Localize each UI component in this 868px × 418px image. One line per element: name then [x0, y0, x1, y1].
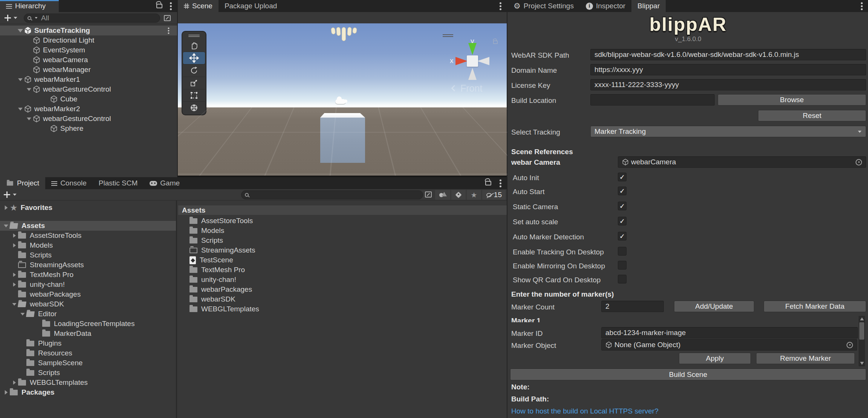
asset-item-unity-chan[interactable]: unity-chan! [178, 275, 507, 285]
project-search-input[interactable] [241, 190, 423, 199]
rotate-tool-button[interactable] [183, 64, 205, 77]
gizmo-lock-icon[interactable] [493, 41, 498, 44]
tree-item-assetstoretools[interactable]: AssetStoreTools [0, 231, 176, 240]
gizmo-axis-cone[interactable] [468, 68, 477, 80]
browse-button[interactable]: Browse [718, 94, 866, 106]
tree-item-resources[interactable]: Resources [0, 348, 176, 358]
collapse-arrow-icon[interactable] [18, 78, 23, 81]
item-menu-icon[interactable] [168, 30, 170, 31]
static-camera-checkbox[interactable]: ✓ [618, 202, 627, 210]
panel-menu-icon[interactable] [861, 5, 863, 7]
create-dropdown-caret-icon[interactable] [13, 194, 17, 196]
auto-marker-detection-checkbox[interactable]: ✓ [618, 232, 627, 240]
expand-arrow-icon[interactable] [13, 282, 15, 286]
collapse-arrow-icon[interactable] [18, 29, 23, 32]
hierarchy-item-webarmanager[interactable]: webarManager [0, 65, 177, 75]
tab-inspector[interactable]: i Inspector [580, 0, 631, 12]
tree-item-loadingscreentemplates[interactable]: LoadingScreenTemplates [0, 319, 176, 329]
object-picker-icon[interactable] [847, 342, 853, 348]
filter-by-label-button[interactable] [451, 190, 466, 200]
expand-arrow-icon[interactable] [5, 390, 8, 395]
tree-item-webarsdk[interactable]: webarSDK [0, 299, 176, 309]
gizmo-x-axis-cone[interactable] [455, 57, 468, 65]
collapse-arrow-icon[interactable] [4, 224, 8, 227]
add-update-button[interactable]: Add/Update [674, 301, 754, 312]
panel-menu-icon[interactable] [500, 5, 501, 7]
scrollbar-thumb[interactable] [859, 322, 864, 340]
asset-item-webgltemplates[interactable]: WEBGLTemplates [178, 304, 507, 314]
tree-item-textmesh-pro[interactable]: TextMesh Pro [0, 270, 176, 280]
asset-item-assetstoretools[interactable]: AssetStoreTools [178, 216, 507, 226]
gizmo-axis-cone[interactable] [477, 57, 489, 65]
expand-arrow-icon[interactable] [13, 233, 15, 237]
hierarchy-item-webarmarker2[interactable]: webarMarker2 [0, 104, 177, 114]
create-dropdown-caret-icon[interactable] [14, 17, 17, 19]
object-picker-icon[interactable] [856, 159, 862, 165]
panel-menu-icon[interactable] [500, 182, 501, 184]
marker-object-field[interactable]: None (Game Object) [601, 339, 857, 351]
remove-marker-button[interactable]: Remove Marker [756, 353, 855, 364]
tree-item-unity-chan[interactable]: unity-chan! [0, 280, 176, 289]
tree-item-plugins[interactable]: Plugins [0, 338, 176, 348]
enable-mirroring-desktop-checkbox[interactable] [618, 261, 627, 269]
tree-item-editor[interactable]: Editor [0, 309, 176, 319]
scroll-down-icon[interactable] [860, 362, 864, 365]
tree-item-scripts[interactable]: Scripts [0, 250, 176, 260]
hierarchy-search-input[interactable]: All [24, 14, 160, 23]
tab-game[interactable]: Game [144, 177, 186, 189]
tree-item-webarpackages[interactable]: webarPackages [0, 289, 176, 299]
fetch-marker-data-button[interactable]: Fetch Marker Data [764, 301, 866, 312]
build-location-field[interactable] [590, 94, 715, 106]
scene-viewport[interactable]: y x Front [178, 23, 507, 177]
hierarchy-item-surfacetracking[interactable]: SurfaceTracking [0, 26, 177, 35]
panel-menu-icon[interactable] [170, 5, 172, 7]
show-qr-card-desktop-checkbox[interactable] [618, 275, 627, 283]
scale-tool-button[interactable] [183, 77, 205, 89]
asset-item-webarpackages[interactable]: webarPackages [178, 285, 507, 294]
search-filter-caret-icon[interactable] [35, 17, 37, 18]
hierarchy-item-webarcamera[interactable]: webarCamera [0, 55, 177, 65]
collapse-arrow-icon[interactable] [12, 303, 16, 305]
favorites-filter-button[interactable]: ★ [467, 190, 481, 200]
marker-id-field[interactable]: abcd-1234-marker-image [601, 327, 858, 338]
asset-item-testscene[interactable]: TestScene [178, 255, 507, 265]
gizmo-center-cube[interactable] [467, 55, 478, 67]
https-host-help-link[interactable]: How to host the build on Local HTTPS ser… [511, 407, 659, 415]
hierarchy-item-sphere[interactable]: Sphere [0, 124, 177, 133]
apply-button[interactable]: Apply [679, 353, 751, 364]
tab-package-upload[interactable]: Package Upload [219, 0, 283, 12]
tab-scene[interactable]: Scene [178, 0, 219, 12]
cube-object[interactable] [320, 113, 365, 163]
asset-item-models[interactable]: Models [178, 226, 507, 236]
palette-drag-handle[interactable] [188, 35, 200, 35]
rect-tool-button[interactable] [183, 89, 205, 101]
enable-tracking-desktop-checkbox[interactable] [618, 247, 627, 256]
tree-item-favorites[interactable]: ★ Favorites [0, 203, 176, 213]
tab-project[interactable]: Project [0, 177, 45, 189]
webar-camera-object-field[interactable]: webarCamera [618, 156, 866, 168]
tab-hierarchy[interactable]: Hierarchy [0, 0, 59, 12]
gizmo-y-axis-cone[interactable] [468, 43, 477, 55]
set-auto-scale-checkbox[interactable]: ✓ [618, 217, 627, 225]
tab-console[interactable]: Console [45, 177, 93, 189]
tree-item-streamingassets[interactable]: StreamingAssets [0, 260, 176, 270]
expand-arrow-icon[interactable] [13, 380, 15, 384]
tab-blippar[interactable]: Blippar [631, 0, 666, 12]
collapse-arrow-icon[interactable] [27, 117, 31, 120]
hierarchy-item-webargesturecontrol2[interactable]: webarGestureControl [0, 114, 177, 124]
tree-item-scripts-sdk[interactable]: Scripts [0, 368, 176, 378]
hidden-items-button[interactable]: 15 [482, 190, 506, 200]
tree-item-samplescene[interactable]: SampleScene [0, 358, 176, 368]
open-search-in-window-icon[interactable] [425, 191, 432, 198]
collapse-arrow-icon[interactable] [20, 312, 24, 315]
collapse-arrow-icon[interactable] [27, 88, 31, 91]
tree-item-markerdata[interactable]: MarkerData [0, 329, 176, 338]
hierarchy-item-eventsystem[interactable]: EventSystem [0, 45, 177, 55]
marker-count-field[interactable]: 2 [601, 301, 664, 312]
tree-item-packages[interactable]: Packages [0, 387, 176, 397]
assets-breadcrumb-header[interactable]: Assets [178, 205, 507, 215]
auto-init-checkbox[interactable]: ✓ [618, 173, 627, 181]
hand-tool-button[interactable] [183, 39, 205, 52]
asset-item-webarsdk[interactable]: webarSDK [178, 294, 507, 304]
marker-list-scrollbar[interactable] [859, 316, 865, 366]
